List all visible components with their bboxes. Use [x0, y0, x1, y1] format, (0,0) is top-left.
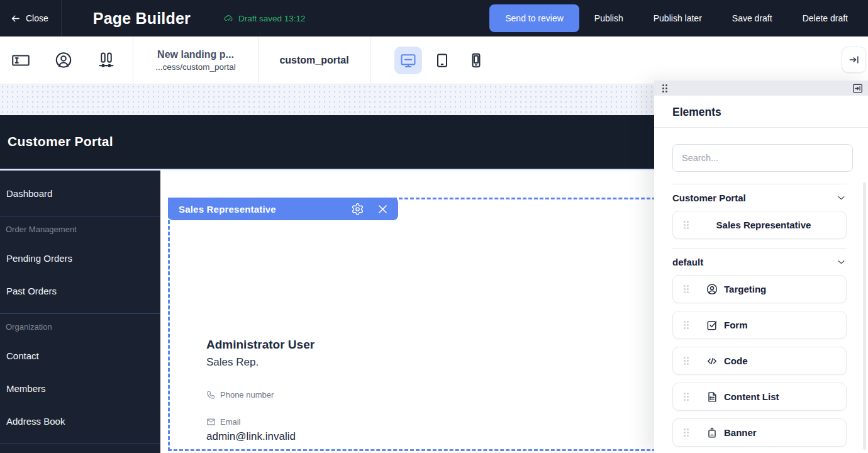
- sidebar-item-contact[interactable]: Contact: [0, 339, 160, 372]
- collapse-panel-button[interactable]: [842, 47, 866, 73]
- selected-element-toolbar: Sales Representative: [168, 198, 398, 220]
- element-item-form[interactable]: Form: [672, 311, 847, 339]
- code-icon: [706, 355, 718, 367]
- drag-handle-icon[interactable]: [684, 285, 689, 293]
- element-item-code[interactable]: Code: [672, 347, 847, 375]
- sales-rep-card: Administrator User Sales Rep. Phone numb…: [206, 338, 314, 443]
- rep-name: Administrator User: [206, 338, 314, 352]
- content-list-icon: [706, 391, 718, 403]
- chevron-down-icon: [836, 257, 847, 267]
- rep-email-label: Email: [220, 417, 241, 427]
- group-title: Customer Portal: [672, 193, 746, 203]
- panel-title: Elements: [654, 96, 868, 128]
- sidebar-item-address-book[interactable]: Address Book: [0, 405, 160, 437]
- sliders-icon[interactable]: [97, 51, 116, 70]
- email-icon: [206, 417, 216, 427]
- chevron-down-icon: [836, 193, 847, 203]
- element-item-label: Content List: [724, 391, 779, 402]
- drag-handle-icon[interactable]: [684, 393, 689, 401]
- topbar-actions: Send to review Publish Publish later Sav…: [489, 4, 868, 32]
- publish-later-button[interactable]: Publish later: [638, 4, 717, 32]
- element-item-banner[interactable]: Banner: [672, 418, 847, 447]
- topbar: Close Page Builder Draft saved 13:12 Sen…: [0, 0, 868, 36]
- page-select-title: New landing p...: [157, 49, 234, 60]
- rep-role: Sales Rep.: [206, 356, 314, 369]
- close-button[interactable]: Close: [0, 0, 61, 36]
- drag-handle-icon[interactable]: [684, 428, 689, 437]
- audience-icon: [706, 283, 718, 296]
- sidebar-group-order-management: Order Management Pending Orders Past Ord…: [0, 216, 160, 307]
- element-item-targeting[interactable]: Targeting: [672, 275, 847, 303]
- element-item-label: Sales Representative: [689, 220, 838, 230]
- publish-button[interactable]: Publish: [579, 4, 638, 32]
- elements-panel: Elements Customer Portal Sales Represent…: [654, 81, 868, 453]
- rep-phone-label: Phone number: [220, 390, 274, 400]
- tool-icons: [0, 36, 133, 84]
- topbar-divider: [61, 0, 62, 36]
- delete-draft-button[interactable]: Delete draft: [787, 4, 863, 32]
- selected-element-outline[interactable]: Sales Representative Administrator User …: [168, 198, 656, 451]
- sidebar-group-organization: Organization Contact Members Address Boo…: [0, 313, 160, 437]
- dock-right-icon[interactable]: [852, 83, 863, 94]
- gear-icon: [351, 203, 364, 216]
- panel-body: Customer Portal Sales Representative def…: [654, 128, 868, 453]
- rep-email-value: admin@link.invalid: [206, 430, 314, 443]
- banner-icon: [706, 427, 718, 439]
- draft-status-label: Draft saved 13:12: [238, 14, 306, 23]
- phone-icon: [206, 390, 216, 400]
- sidebar-item-members[interactable]: Members: [0, 372, 160, 405]
- save-draft-button[interactable]: Save draft: [717, 4, 787, 32]
- back-arrow-icon: [10, 13, 21, 24]
- panel-grab-bar[interactable]: [654, 81, 868, 96]
- toolbar-divider: [370, 36, 370, 84]
- audience-icon[interactable]: [54, 51, 73, 70]
- element-item-label: Banner: [724, 427, 757, 438]
- sidebar-group-label: Settings: [0, 444, 160, 453]
- sidebar-item-dashboard[interactable]: Dashboard: [0, 177, 160, 210]
- element-item-content-list[interactable]: Content List: [672, 383, 847, 411]
- form-icon: [706, 319, 718, 332]
- group-title: default: [672, 257, 703, 267]
- tablet-device-icon[interactable]: [428, 47, 456, 74]
- selected-element-label: Sales Representative: [179, 204, 276, 215]
- portal-sidebar: Dashboard Order Management Pending Order…: [0, 171, 160, 453]
- builder-toolbar: New landing p... ...cess/custom_portal c…: [0, 36, 868, 84]
- close-label: Close: [26, 13, 48, 23]
- panel-group-default[interactable]: default: [672, 249, 847, 275]
- app-title: Page Builder: [93, 9, 191, 28]
- portal-title: Customer Portal: [8, 134, 113, 149]
- drag-handle-icon[interactable]: [662, 84, 667, 92]
- text-field-icon[interactable]: [11, 51, 30, 70]
- rep-phone-row: Phone number: [206, 390, 314, 400]
- page-select[interactable]: New landing p... ...cess/custom_portal: [133, 36, 258, 84]
- sidebar-group-settings: Settings: [0, 444, 160, 453]
- arrow-to-bar-icon: [848, 53, 860, 66]
- sidebar-item-past-orders[interactable]: Past Orders: [0, 274, 160, 307]
- panel-group-customer-portal[interactable]: Customer Portal: [672, 184, 847, 211]
- rep-email-row: Email: [206, 417, 314, 427]
- sidebar-group-label: Organization: [0, 314, 160, 339]
- tab-custom-portal[interactable]: custom_portal: [259, 36, 370, 84]
- drag-handle-icon[interactable]: [684, 321, 689, 329]
- element-item-sales-representative[interactable]: Sales Representative: [672, 211, 847, 239]
- element-item-label: Code: [724, 355, 748, 366]
- element-remove-button[interactable]: [377, 203, 389, 215]
- drag-handle-icon[interactable]: [684, 221, 689, 229]
- element-settings-button[interactable]: [351, 203, 364, 216]
- drag-handle-icon[interactable]: [684, 357, 689, 365]
- send-to-review-button[interactable]: Send to review: [489, 4, 579, 32]
- close-icon: [377, 203, 389, 215]
- panel-scrollbar[interactable]: [863, 182, 866, 450]
- desktop-device-icon[interactable]: [394, 47, 422, 74]
- search-input[interactable]: [672, 144, 853, 172]
- element-item-label: Targeting: [724, 284, 766, 294]
- device-preview-toggle: [394, 36, 490, 84]
- sidebar-group-label: Order Management: [0, 216, 160, 242]
- cloud-check-icon: [223, 13, 234, 24]
- mobile-device-icon[interactable]: [462, 47, 490, 74]
- sidebar-item-pending-orders[interactable]: Pending Orders: [0, 242, 160, 274]
- draft-status: Draft saved 13:12: [223, 13, 306, 24]
- page-select-path: ...cess/custom_portal: [155, 62, 236, 72]
- element-item-label: Form: [724, 320, 748, 330]
